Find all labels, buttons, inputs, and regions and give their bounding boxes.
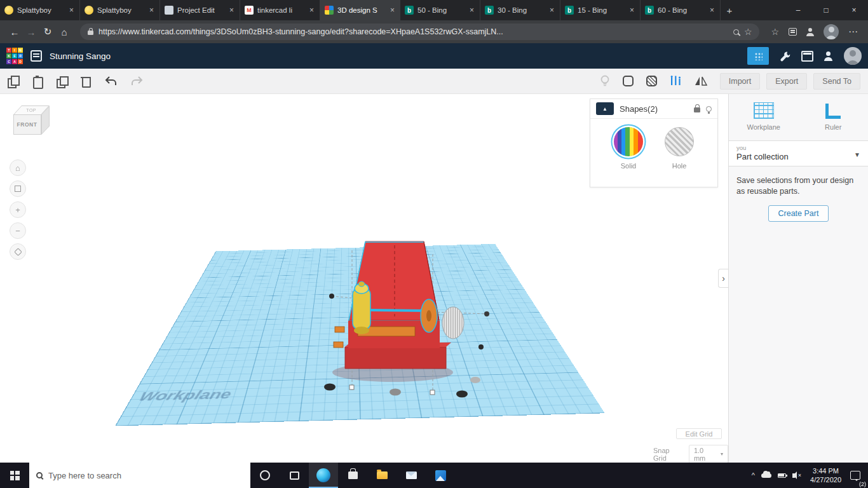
- solid-color-swatch[interactable]: [614, 127, 643, 156]
- delete-icon[interactable]: [80, 76, 92, 87]
- apps-grid-button[interactable]: [747, 47, 769, 65]
- tab-label: 15 - Bing: [578, 6, 625, 14]
- photos-taskbar-button[interactable]: [426, 463, 455, 488]
- browser-tab[interactable]: Project Edit ×: [160, 0, 240, 20]
- duplicate-icon[interactable]: [56, 76, 67, 87]
- undo-icon[interactable]: [104, 76, 118, 86]
- volume-control[interactable]: ×: [792, 472, 801, 478]
- window-maximize-button[interactable]: □: [812, 0, 840, 20]
- add-person-icon[interactable]: [824, 51, 834, 60]
- account-avatar[interactable]: [844, 47, 862, 65]
- refresh-icon[interactable]: ↻: [39, 26, 56, 37]
- window-close-button[interactable]: ×: [840, 0, 868, 20]
- taskbar-search-box[interactable]: [29, 463, 250, 488]
- browser-home-icon[interactable]: ⌂: [56, 27, 72, 37]
- workplane-tool[interactable]: Workplane: [729, 102, 799, 131]
- align-icon[interactable]: [670, 76, 682, 86]
- forward-icon[interactable]: →: [23, 27, 39, 37]
- send-to-button[interactable]: Send To: [813, 73, 860, 90]
- browser-tab[interactable]: b 15 - Bing ×: [560, 0, 641, 20]
- sidebar-collapse-chevron[interactable]: ›: [718, 269, 728, 288]
- tab-close-icon[interactable]: ×: [389, 6, 396, 15]
- onedrive-cloud-icon[interactable]: [761, 473, 771, 478]
- zoom-out-button[interactable]: −: [10, 222, 26, 239]
- url-field[interactable]: https://www.tinkercad.com/things/3DSoUm0…: [80, 24, 759, 40]
- browser-profile-avatar[interactable]: [824, 24, 839, 39]
- back-icon[interactable]: ←: [6, 27, 23, 37]
- duck-favicon: [4, 6, 13, 15]
- feedback-icon[interactable]: [806, 28, 814, 36]
- snap-grid-select[interactable]: 1.0 mm ▾: [689, 445, 728, 463]
- browser-tab[interactable]: b 50 - Bing ×: [400, 0, 480, 20]
- task-view-button[interactable]: [280, 463, 309, 488]
- file-explorer-button[interactable]: [367, 463, 397, 488]
- tab-close-icon[interactable]: ×: [148, 6, 155, 15]
- tinkercad-logo[interactable]: T I N K E R C A D: [6, 48, 23, 64]
- cortana-icon: [260, 470, 270, 480]
- action-center-icon[interactable]: [850, 471, 860, 480]
- url-text[interactable]: https://www.tinkercad.com/things/3DSoUm0…: [98, 27, 728, 36]
- browser-tab[interactable]: b 60 - Bing ×: [641, 0, 721, 20]
- tab-close-icon[interactable]: ×: [709, 6, 715, 15]
- lock-shape-icon[interactable]: [694, 107, 700, 112]
- start-button[interactable]: [0, 463, 29, 488]
- zoom-in-button[interactable]: +: [10, 201, 26, 218]
- browser-menu-icon[interactable]: ⋯: [848, 26, 858, 37]
- browser-tab[interactable]: Splattyboy ×: [80, 0, 160, 20]
- home-view-button[interactable]: ⌂: [10, 159, 26, 176]
- cortana-button[interactable]: [250, 463, 280, 488]
- tab-close-icon[interactable]: ×: [468, 6, 475, 15]
- group-icon[interactable]: [623, 76, 634, 86]
- design-canvas[interactable]: Workplane: [0, 94, 728, 463]
- collections-icon[interactable]: [789, 28, 797, 36]
- copy-icon[interactable]: [8, 76, 19, 87]
- tab-close-icon[interactable]: ×: [308, 6, 315, 15]
- tab-close-icon[interactable]: ×: [628, 6, 635, 15]
- search-input[interactable]: [48, 471, 243, 480]
- export-button[interactable]: Export: [766, 73, 807, 90]
- import-button[interactable]: Import: [720, 73, 760, 90]
- browser-tab[interactable]: Splattyboy ×: [0, 0, 80, 20]
- taskbar-clock[interactable]: 3:44 PM 4/27/2020: [810, 466, 841, 485]
- battery-icon[interactable]: [778, 473, 786, 478]
- lock-icon: [88, 30, 93, 35]
- view-cube[interactable]: TOP FRONT: [13, 105, 61, 145]
- mirror-icon[interactable]: [695, 76, 707, 86]
- tab-close-icon[interactable]: ×: [548, 6, 555, 15]
- browser-tab-active[interactable]: 3D design S ×: [320, 0, 400, 20]
- create-part-button[interactable]: Create Part: [768, 205, 829, 222]
- favorite-star-icon[interactable]: ☆: [744, 27, 752, 36]
- solid-option[interactable]: Solid: [614, 127, 643, 170]
- hole-swatch[interactable]: [665, 127, 694, 156]
- search-icon[interactable]: [733, 29, 739, 35]
- tab-close-icon[interactable]: ×: [68, 6, 75, 15]
- edit-grid-button[interactable]: Edit Grid: [676, 428, 722, 439]
- browser-tab[interactable]: M tinkercad li ×: [240, 0, 320, 20]
- tab-close-icon[interactable]: ×: [228, 6, 235, 15]
- redo-icon[interactable]: [130, 76, 144, 86]
- paste-icon[interactable]: [32, 76, 43, 87]
- tinker-wrench-icon[interactable]: [779, 50, 791, 62]
- fit-view-button[interactable]: [10, 180, 26, 197]
- lightbulb-icon[interactable]: [600, 75, 610, 88]
- ruler-tool[interactable]: Ruler: [799, 102, 868, 131]
- design-list-icon[interactable]: [31, 50, 42, 62]
- ungroup-icon[interactable]: [646, 76, 657, 86]
- view-cube-front-face[interactable]: FRONT: [13, 114, 41, 135]
- mail-taskbar-button[interactable]: [397, 463, 426, 488]
- perspective-toggle-button[interactable]: [10, 243, 26, 260]
- edge-taskbar-button[interactable]: [309, 463, 338, 488]
- new-tab-button[interactable]: +: [721, 0, 738, 20]
- hide-shape-icon[interactable]: [706, 106, 712, 112]
- collapse-panel-button[interactable]: ▲: [596, 102, 614, 115]
- hole-option[interactable]: Hole: [665, 127, 694, 170]
- favorites-bar-icon[interactable]: ☆: [771, 27, 779, 36]
- browser-tab[interactable]: b 30 - Bing ×: [480, 0, 560, 20]
- window-minimize-button[interactable]: –: [784, 0, 812, 20]
- logo-letter: E: [12, 53, 17, 58]
- calendar-icon[interactable]: [801, 51, 813, 62]
- store-taskbar-button[interactable]: [338, 463, 367, 488]
- tray-expand-icon[interactable]: ^: [752, 471, 755, 479]
- part-collection-dropdown[interactable]: you Part collection ▼: [729, 140, 868, 166]
- design-title[interactable]: Stunning Sango: [50, 51, 111, 61]
